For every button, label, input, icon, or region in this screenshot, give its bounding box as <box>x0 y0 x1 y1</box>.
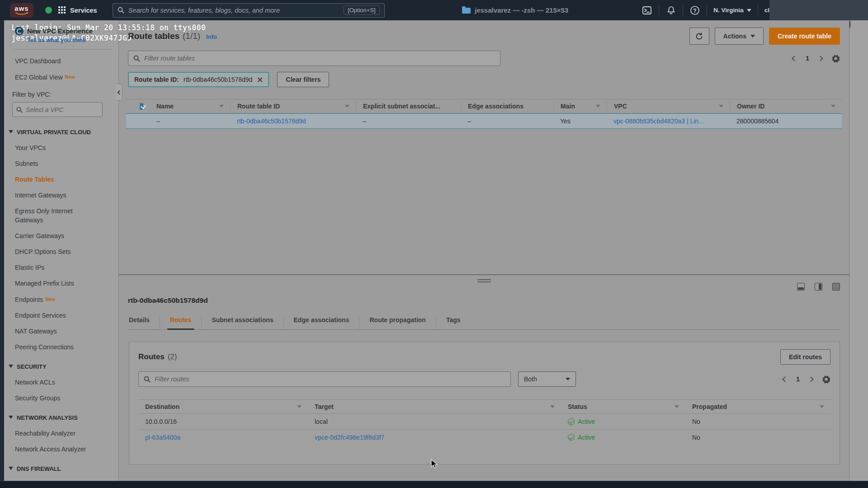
sidebar-item-network-acls[interactable]: Network ACLs <box>15 378 113 387</box>
sidebar-item-vpc-dashboard[interactable]: VPC Dashboard <box>15 56 113 66</box>
sidebar-item-elastic-ips[interactable]: Elastic IPs <box>15 263 113 272</box>
aws-top-nav: aws Services [Option+S] jessalvarez — -z… <box>0 0 868 20</box>
cloudshell-icon[interactable] <box>642 5 652 16</box>
sort-icon[interactable] <box>345 105 349 108</box>
route-table-id-link[interactable]: rtb-0dba46c50b1578d9d <box>237 117 306 125</box>
services-grid-icon[interactable] <box>58 6 66 14</box>
sidebar-item-your-vpcs[interactable]: Your VPCs <box>15 143 113 152</box>
route-row[interactable]: 10.0.0.0/16 local Active No <box>138 414 830 429</box>
split-drag-handle[interactable] <box>477 279 491 282</box>
preferences-gear-icon[interactable] <box>831 54 840 63</box>
sidebar-item-dhcp-options-sets[interactable]: DHCP Options Sets <box>15 247 113 256</box>
table-row[interactable]: – rtb-0dba46c50b1578d9d – – Yes vpc-0880… <box>126 113 842 129</box>
route-tables-list-pane: Route tables (1/1) Info Actions <box>119 20 849 275</box>
route-tables-filter[interactable] <box>128 51 500 66</box>
sidebar-item-network-access-analyzer[interactable]: Network Access Analyzer <box>15 445 113 454</box>
sidebar-item-subnets[interactable]: Subnets <box>15 159 113 168</box>
route-row[interactable]: pl-63a5400a vpce-0d2fc498e19f8d3f7 Activ… <box>138 429 830 445</box>
routes-filter[interactable] <box>138 371 511 387</box>
tab-subnet-associations[interactable]: Subnet associations <box>202 316 283 329</box>
sidebar-item-peering-connections[interactable]: Peering Connections <box>15 343 113 352</box>
vpc-filter-select[interactable] <box>12 102 103 117</box>
section-network-analysis[interactable]: NETWORK ANALYSIS <box>9 413 94 422</box>
tab-edge-associations[interactable]: Edge associations <box>284 316 360 329</box>
create-route-table-button[interactable]: Create route table <box>769 28 840 45</box>
remove-filter-icon[interactable] <box>257 77 263 83</box>
sidebar-item-endpoints[interactable]: EndpointsNew <box>15 295 113 304</box>
feedback-link[interactable]: Tell us what you think <box>27 37 113 43</box>
previous-page-icon[interactable] <box>792 56 797 61</box>
route-type-select[interactable]: Both <box>518 371 576 387</box>
section-dns-firewall[interactable]: DNS FIREWALL <box>9 465 94 473</box>
services-menu[interactable]: Services <box>70 7 97 14</box>
next-page-icon[interactable] <box>817 56 823 61</box>
section-security[interactable]: SECURITY <box>9 362 94 371</box>
sort-icon[interactable] <box>675 405 679 408</box>
vpc-filter-input[interactable] <box>26 106 85 113</box>
account-menu[interactable]: cl <box>764 7 769 14</box>
current-page[interactable]: 1 <box>796 375 800 383</box>
next-page-icon[interactable] <box>808 376 814 382</box>
vpc-link[interactable]: vpc-0880b835cbd4820a3 | Lin… <box>613 117 705 125</box>
notifications-bell-icon[interactable] <box>665 5 676 16</box>
region-selector[interactable]: N. Virginia <box>713 7 751 14</box>
folder-icon <box>462 8 471 14</box>
tab-tags[interactable]: Tags <box>436 316 471 329</box>
section-virtual-private-cloud[interactable]: VIRTUAL PRIVATE CLOUD <box>9 128 94 136</box>
previous-page-icon[interactable] <box>782 376 788 382</box>
experience-toggle-icon[interactable] <box>15 27 24 35</box>
aws-logo[interactable]: aws <box>10 3 33 18</box>
chevron-down-icon <box>9 416 13 419</box>
sort-icon[interactable] <box>719 105 723 108</box>
sidebar-item-security-groups[interactable]: Security Groups <box>15 394 113 403</box>
full-panel-layout-icon[interactable] <box>832 283 840 291</box>
sidebar-item-endpoint-services[interactable]: Endpoint Services <box>15 311 113 320</box>
status-active-icon <box>568 434 575 441</box>
current-page[interactable]: 1 <box>806 55 809 62</box>
info-link[interactable]: Info <box>206 33 217 40</box>
chevron-down-icon <box>9 365 13 368</box>
sidebar-item-nat-gateways[interactable]: NAT Gateways <box>15 327 113 336</box>
sort-icon[interactable] <box>820 405 824 408</box>
sidebar-collapse-handle[interactable] <box>116 84 123 101</box>
search-shortcut-hint: [Option+S] <box>344 5 380 15</box>
sort-icon[interactable] <box>297 405 302 408</box>
actions-button[interactable]: Actions <box>715 28 764 45</box>
tab-route-propagation[interactable]: Route propagation <box>359 316 436 329</box>
bottom-panel-layout-icon[interactable] <box>797 283 805 291</box>
side-panel-layout-icon[interactable] <box>815 283 822 291</box>
preferences-gear-icon[interactable] <box>822 375 830 384</box>
global-search[interactable]: [Option+S] <box>113 3 385 18</box>
route-table-detail-pane: rtb-0dba46c50b1578d9d Details Routes Sub… <box>119 279 849 484</box>
search-input[interactable] <box>128 7 344 14</box>
help-icon[interactable]: ? <box>689 5 700 16</box>
sidebar-item-route-tables[interactable]: Route Tables <box>15 175 113 184</box>
new-vpc-experience[interactable]: New VPC Experience <box>15 27 113 35</box>
svg-text:?: ? <box>693 7 697 14</box>
sidebar-item-ec2-global-view[interactable]: EC2 Global ViewNew <box>15 72 113 82</box>
edit-routes-button[interactable]: Edit routes <box>780 349 830 365</box>
sort-icon[interactable] <box>831 105 835 108</box>
search-icon <box>133 55 140 62</box>
vpc-endpoint-link[interactable]: vpce-0d2fc498e19f8d3f7 <box>315 434 384 441</box>
refresh-button[interactable] <box>689 28 709 45</box>
route-tables-filter-input[interactable] <box>144 55 495 62</box>
clear-filters-button[interactable]: Clear filters <box>277 72 329 87</box>
routes-filter-input[interactable] <box>155 375 505 383</box>
tab-routes[interactable]: Routes <box>160 316 202 329</box>
info-panel-icon[interactable] <box>849 20 850 28</box>
sort-icon[interactable] <box>219 105 224 108</box>
sidebar-item-internet-gateways[interactable]: Internet Gateways <box>15 191 113 200</box>
tab-details[interactable]: Details <box>128 316 160 329</box>
sidebar-item-carrier-gateways[interactable]: Carrier Gateways <box>15 231 113 240</box>
sidebar-item-reachability-analyzer[interactable]: Reachability Analyzer <box>15 429 113 438</box>
sort-icon[interactable] <box>550 405 555 408</box>
routes-card: Routes (2) Edit routes <box>129 342 840 465</box>
sort-icon[interactable] <box>596 105 600 108</box>
search-icon <box>118 7 124 14</box>
prefix-list-link[interactable]: pl-63a5400a <box>145 434 180 441</box>
sidebar-item-egress-only-internet-gateways[interactable]: Egress Only Internet Gateways <box>15 206 90 225</box>
select-all-checkbox[interactable] <box>140 103 143 110</box>
sidebar-item-managed-prefix-lists[interactable]: Managed Prefix Lists <box>15 279 113 288</box>
topbar-right-cluster: ? N. Virginia cl <box>642 0 769 20</box>
